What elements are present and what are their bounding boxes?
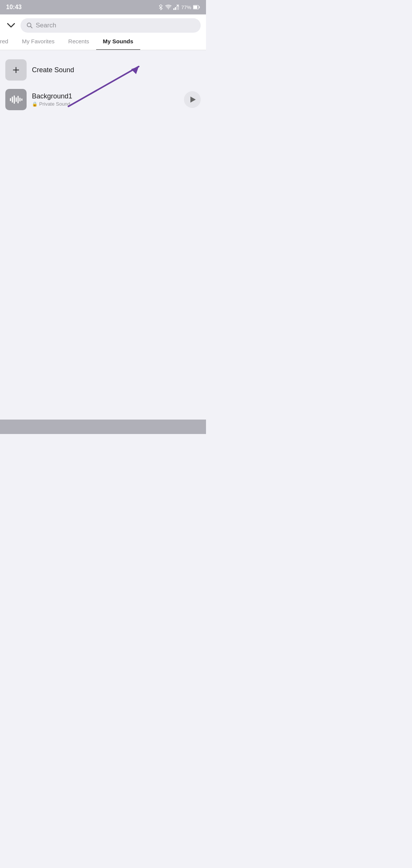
lock-icon: 🔒	[32, 101, 38, 107]
status-icons: 77%	[158, 4, 200, 10]
svg-rect-1	[173, 8, 174, 10]
content-area: + Create Sound Background1 🔒 Private Sou	[0, 50, 206, 119]
background1-subtitle-text: Private Sound	[39, 101, 70, 107]
tab-favorites[interactable]: My Favorites	[15, 33, 62, 50]
svg-rect-8	[193, 6, 197, 9]
search-placeholder: Search	[36, 22, 56, 29]
status-bar: 10:43 77%	[0, 0, 206, 14]
battery-percentage: 77%	[181, 5, 191, 10]
dropdown-arrow[interactable]	[5, 20, 17, 32]
svg-line-0	[159, 7, 161, 9]
search-input-container[interactable]: Search	[21, 18, 201, 33]
background1-subtitle: 🔒 Private Sound	[32, 101, 179, 107]
create-sound-title: Create Sound	[32, 66, 201, 74]
tab-recents[interactable]: Recents	[62, 33, 96, 50]
background1-icon-box	[5, 89, 27, 110]
svg-rect-9	[199, 6, 200, 8]
create-sound-icon-box: +	[5, 59, 27, 81]
search-icon	[27, 22, 33, 29]
bluetooth-icon	[158, 4, 163, 10]
signal-icon	[173, 5, 179, 10]
tab-featured[interactable]: red	[0, 33, 15, 50]
background1-text: Background1 🔒 Private Sound	[32, 92, 179, 107]
play-triangle-icon	[190, 97, 196, 103]
status-time: 10:43	[6, 4, 22, 11]
create-sound-item[interactable]: + Create Sound	[5, 56, 201, 84]
search-area: Search	[0, 14, 206, 33]
create-sound-text: Create Sound	[32, 66, 201, 74]
svg-rect-2	[175, 7, 176, 10]
background1-title: Background1	[32, 92, 179, 100]
wifi-icon	[165, 5, 171, 10]
bottom-bar	[0, 420, 206, 434]
background1-item[interactable]: Background1 🔒 Private Sound	[5, 86, 201, 113]
tabs-container: red My Favorites Recents My Sounds	[0, 33, 206, 50]
tab-mysounds[interactable]: My Sounds	[96, 33, 140, 50]
play-button[interactable]	[184, 91, 201, 108]
svg-line-11	[31, 27, 32, 28]
waveform-icon	[10, 95, 22, 104]
battery-icon	[193, 5, 200, 10]
plus-icon: +	[13, 64, 20, 76]
